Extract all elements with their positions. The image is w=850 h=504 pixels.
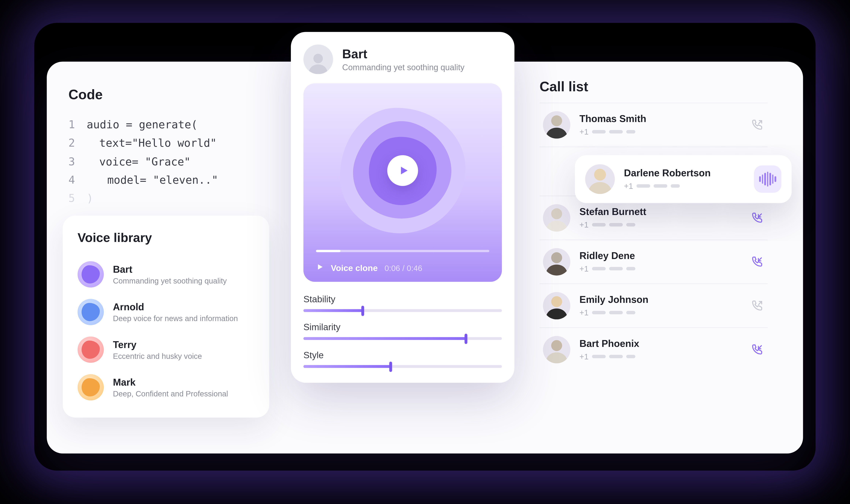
voice-library-title: Voice library [78,230,254,245]
call-outgoing-icon [750,299,764,312]
call-incoming-icon [750,343,764,357]
code-text: ) [87,189,93,208]
phone-prefix: +1 [579,220,589,229]
phone-prefix: +1 [579,352,589,361]
svg-point-4 [551,296,562,307]
voice-blob-icon [78,374,104,400]
voice-item-arnold[interactable]: Arnold Deep voice for news and informati… [78,293,254,331]
code-panel: Code 1audio = generate( 2text="Hello wor… [69,87,285,208]
avatar [543,111,570,139]
phone-prefix: +1 [624,181,633,191]
call-row[interactable]: Ridley Dene +1 [540,240,768,284]
avatar [543,248,570,275]
slider-similarity: Similarity [303,322,502,340]
voice-name: Mark [113,377,228,388]
voice-library-card: Voice library Bart Commanding yet soothi… [63,216,269,417]
avatar [543,336,570,363]
audio-wave-icon [754,165,781,193]
voice-desc: Eccentric and husky voice [113,352,202,360]
play-icon[interactable] [316,263,324,273]
avatar [543,204,570,232]
voice-name: Terry [113,339,202,350]
svg-point-0 [313,54,323,64]
code-text: audio = generate( [87,115,198,133]
call-list-title: Call list [540,79,768,95]
slider-track[interactable] [303,337,502,340]
voice-item-bart[interactable]: Bart Commanding yet soothing quality [78,256,254,293]
clip-time: 0:06 / 0:46 [384,263,422,272]
code-text: voice= "Grace" [87,152,191,170]
call-name: Thomas Smith [579,113,741,125]
voice-blob-icon [78,299,104,325]
clip-label: Voice clone [331,263,378,273]
phone-prefix: +1 [579,308,589,317]
call-incoming-icon [750,211,764,225]
svg-point-1 [551,115,562,126]
avatar [585,164,615,194]
slider-label: Style [303,350,502,361]
voice-desc: Deep voice for news and information [113,314,238,323]
call-row-active[interactable]: Darlene Robertson +1 [575,155,792,203]
call-row[interactable]: Emily Johnson +1 [540,284,768,327]
voice-blob-icon [78,337,104,363]
line-number: 1 [69,115,76,133]
slider-track[interactable] [303,309,502,312]
avatar [303,44,333,74]
line-number: 3 [69,152,76,170]
slider-track[interactable] [303,365,502,368]
code-text: text="Hello world" [87,133,217,152]
play-button[interactable] [387,155,418,186]
svg-point-3 [551,252,562,263]
voice-desc: Commanding yet soothing quality [113,276,227,285]
slider-label: Similarity [303,322,502,332]
voice-name: Bart [113,264,227,275]
svg-point-6 [594,169,606,181]
avatar [543,292,570,319]
svg-point-2 [551,208,562,219]
audio-visualizer: Voice clone 0:06 / 0:46 [303,83,502,282]
player-voice-name: Bart [342,47,465,61]
phone-prefix: +1 [579,264,589,273]
call-name: Emily Johnson [579,294,741,306]
slider-stability: Stability [303,294,502,312]
player-voice-subtitle: Commanding yet soothing quality [342,63,465,72]
line-number: 2 [69,133,76,152]
slider-style: Style [303,350,502,368]
voice-player-card: Bart Commanding yet soothing quality Voi… [291,32,514,383]
phone-prefix: +1 [579,127,589,136]
call-name: Ridley Dene [579,251,741,262]
call-row[interactable]: Thomas Smith +1 [540,103,768,146]
code-text: model= "eleven.." [87,170,218,189]
slider-label: Stability [303,294,502,305]
voice-blob-icon [78,261,104,287]
call-row[interactable]: Bart Phoenix +1 [540,327,768,371]
call-outgoing-icon [750,118,764,132]
voice-item-terry[interactable]: Terry Eccentric and husky voice [78,331,254,368]
voice-item-mark[interactable]: Mark Deep, Confident and Professional [78,368,254,406]
call-name: Darlene Robertson [624,168,745,179]
call-incoming-icon [750,255,764,269]
call-name: Bart Phoenix [579,338,741,350]
svg-point-5 [551,340,562,351]
code-title: Code [69,87,285,103]
progress-bar[interactable] [316,250,489,252]
voice-desc: Deep, Confident and Professional [113,390,228,398]
line-number: 4 [69,170,76,189]
line-number: 5 [69,189,76,208]
call-name: Stefan Burnett [579,206,741,218]
voice-name: Arnold [113,302,238,313]
call-list-panel: Call list Thomas Smith +1 Stefan Burnett… [540,79,768,371]
